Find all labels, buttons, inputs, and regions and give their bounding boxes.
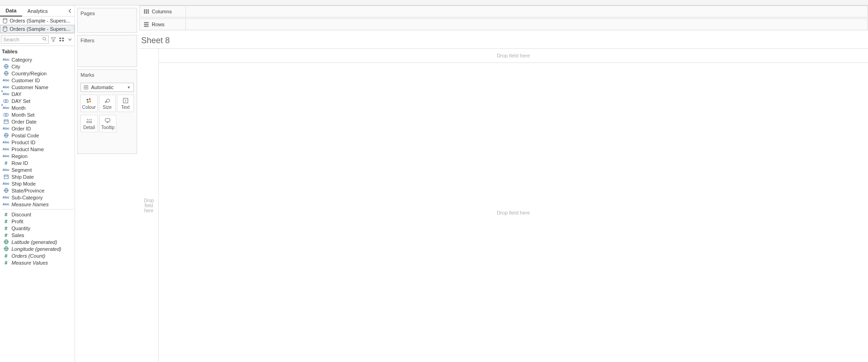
search-input[interactable] (1, 35, 49, 44)
field-item[interactable]: #Profit (2, 218, 74, 225)
field-item[interactable]: #Orders (Count) (2, 252, 74, 259)
tooltip-icon (104, 118, 111, 124)
mark-colour-label: Colour (82, 105, 96, 110)
svg-rect-4 (59, 38, 61, 39)
field-item[interactable]: Country/Region (2, 70, 74, 77)
tab-data[interactable]: Data (0, 6, 22, 17)
data-source-item[interactable]: Orders (Sample - Supers... (0, 25, 75, 33)
svg-text:T: T (124, 99, 126, 103)
field-label: Product ID (11, 140, 35, 145)
field-item[interactable]: AbcCustomer ID (2, 77, 74, 84)
field-item[interactable]: AbcSub-Category (2, 194, 74, 201)
search-icon (42, 37, 47, 41)
field-label: Customer ID (11, 78, 40, 83)
mark-tooltip-label: Tooltip (101, 125, 115, 130)
field-item[interactable]: City (2, 63, 74, 70)
field-label: Row ID (11, 160, 28, 166)
size-icon (104, 97, 110, 104)
collapse-sidebar-icon[interactable] (65, 9, 75, 13)
rows-icon (144, 22, 149, 27)
svg-rect-59 (144, 26, 149, 27)
field-item[interactable]: DAY Set (2, 97, 74, 104)
mark-colour-button[interactable]: Colour (80, 95, 98, 112)
drop-main-target[interactable]: Drop field here (159, 63, 868, 362)
hash-icon: # (3, 253, 9, 259)
field-item[interactable]: Longitude (generated) (2, 245, 74, 252)
field-label: Order Date (11, 119, 36, 124)
columns-shelf[interactable]: Columns (139, 6, 868, 17)
filters-shelf[interactable]: Filters (77, 35, 137, 67)
abc-icon: Abc (3, 202, 9, 207)
field-label: Latitude (generated) (11, 239, 57, 245)
field-item[interactable]: AbcDAY (2, 90, 74, 97)
field-item[interactable]: Order Date (2, 118, 74, 125)
abc-icon: Abc (3, 167, 9, 173)
data-source-item[interactable]: Orders (Sample - Supers... (0, 17, 75, 25)
mark-text-button[interactable]: TText (117, 95, 134, 112)
globe-icon (3, 239, 9, 245)
svg-point-51 (91, 119, 92, 120)
filter-icon[interactable] (50, 36, 57, 43)
field-item[interactable]: #Discount (2, 211, 74, 218)
columns-icon (144, 9, 149, 14)
mark-detail-button[interactable]: Detail (80, 115, 98, 132)
svg-rect-6 (59, 40, 61, 41)
field-item[interactable]: #Row ID (2, 159, 74, 166)
svg-rect-5 (62, 38, 64, 39)
main-toolbar (0, 0, 868, 6)
drop-rows-target[interactable]: Dropfieldhere (139, 48, 159, 362)
svg-rect-54 (144, 9, 145, 14)
drop-columns-target[interactable]: Drop field here (159, 48, 868, 63)
field-label: Postal Code (11, 133, 39, 138)
marks-label: Marks (78, 70, 137, 80)
tab-analytics[interactable]: Analytics (22, 6, 53, 16)
columns-label: Columns (152, 9, 172, 14)
pages-shelf[interactable]: Pages (77, 8, 137, 33)
field-item[interactable]: AbcProduct Name (2, 146, 74, 153)
abc-icon: Abc (3, 85, 9, 90)
svg-rect-7 (62, 40, 64, 41)
field-item[interactable]: Postal Code (2, 132, 74, 139)
detail-icon (86, 118, 92, 124)
abc-icon: Abc (3, 78, 9, 83)
set-icon (3, 98, 9, 104)
chevron-down-icon: ▼ (127, 85, 131, 90)
field-item[interactable]: AbcSegment (2, 166, 74, 173)
sheet-title[interactable]: Sheet 8 (139, 31, 868, 48)
svg-point-2 (43, 37, 46, 40)
field-label: Profit (11, 219, 23, 224)
field-item[interactable]: AbcShip Mode (2, 180, 74, 187)
view-canvas[interactable]: Dropfieldhere Drop field here Drop field… (139, 48, 868, 362)
pages-label: Pages (78, 8, 137, 18)
field-item[interactable]: AbcCategory (2, 56, 74, 63)
field-item[interactable]: AbcMonth (2, 104, 74, 111)
field-label: Region (11, 153, 28, 159)
mark-tooltip-button[interactable]: Tooltip (99, 115, 117, 132)
field-item[interactable]: Month Set (2, 111, 74, 118)
field-label: Category (11, 57, 32, 62)
field-label: State/Province (11, 188, 45, 193)
globe-icon (3, 64, 9, 69)
drop-rows-hint: Dropfieldhere (144, 198, 154, 213)
view-mode-icon[interactable] (58, 36, 65, 43)
field-item[interactable]: State/Province (2, 187, 74, 194)
mark-text-label: Text (121, 105, 129, 110)
field-item[interactable]: #Quantity (2, 225, 74, 232)
tables-header: Tables (0, 46, 75, 56)
field-item[interactable]: AbcCustomer Name (2, 84, 74, 90)
field-item[interactable]: Ship Date (2, 173, 74, 180)
field-item[interactable]: AbcProduct ID (2, 139, 74, 146)
field-item[interactable]: AbcOrder ID (2, 125, 74, 132)
field-item[interactable]: Latitude (generated) (2, 238, 74, 245)
rows-shelf[interactable]: Rows (139, 18, 868, 30)
mark-size-button[interactable]: Size (99, 95, 116, 112)
hash-icon: # (3, 232, 9, 238)
svg-point-46 (106, 99, 109, 102)
svg-rect-52 (87, 121, 92, 123)
dropdown-caret-icon[interactable] (66, 36, 74, 43)
field-item[interactable]: #Measure Values (2, 259, 74, 266)
field-item[interactable]: AbcMeasure Names (2, 201, 74, 208)
field-item[interactable]: AbcRegion (2, 153, 74, 159)
field-item[interactable]: #Sales (2, 232, 74, 238)
mark-type-select[interactable]: Automatic ▼ (80, 83, 134, 92)
